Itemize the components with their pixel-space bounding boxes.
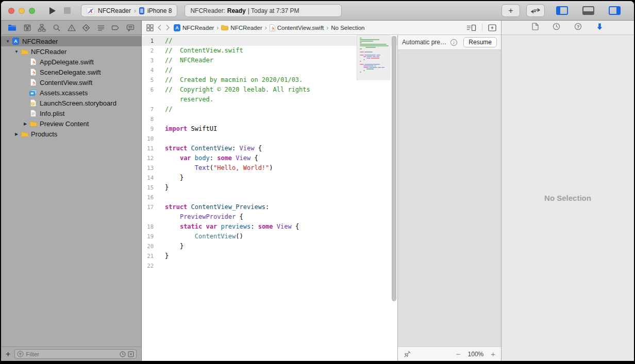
nav-report-icon <box>126 24 135 32</box>
line-number: 13 <box>142 163 160 173</box>
recent-files-clock-icon[interactable] <box>120 351 126 357</box>
breadcrumb-separator: › <box>216 24 219 31</box>
navigator-tab-breakpoint[interactable] <box>111 24 120 32</box>
tree-item-label: SceneDelegate.swift <box>40 68 101 76</box>
inspector-toggle-button[interactable] <box>609 6 621 15</box>
folder-icon <box>30 121 37 127</box>
history-inspector-tab[interactable] <box>553 23 560 32</box>
sidebar-item-assets-xcassets[interactable]: Assets.xcassets <box>1 88 141 98</box>
library-button[interactable]: + <box>502 4 520 17</box>
add-editor-icon[interactable] <box>488 24 496 31</box>
disclosure-closed-icon[interactable]: ▶ <box>13 132 20 136</box>
scm-filter-icon[interactable] <box>128 351 134 357</box>
swift-icon <box>270 24 275 31</box>
sidebar-item-appdelegate-swift[interactable]: AppDelegate.swift <box>1 57 141 67</box>
run-button[interactable] <box>49 7 56 14</box>
zoom-out-button[interactable]: − <box>456 350 461 358</box>
inspector-panel: ? No Selection <box>501 21 634 361</box>
scheme-name: NFCReader <box>98 7 131 14</box>
help-inspector-tab[interactable]: ? <box>574 23 582 32</box>
line-number: 3 <box>142 56 160 65</box>
sidebar-item-products[interactable]: ▶Products <box>1 129 141 139</box>
tree-item-label: LaunchScreen.storyboard <box>40 99 116 107</box>
insp-file-icon <box>532 23 539 30</box>
preview-canvas[interactable] <box>398 50 501 346</box>
sidebar-item-scenedelegate-swift[interactable]: SceneDelegate.swift <box>1 67 141 77</box>
info-icon[interactable]: i <box>450 39 458 46</box>
swift-icon <box>30 58 36 65</box>
inspector-tab-bar: ? <box>502 21 634 35</box>
navigator-tab-project[interactable] <box>8 24 16 31</box>
sidebar-item-info-plist[interactable]: Info.plist <box>1 108 141 118</box>
breadcrumb-item[interactable]: ContentView.swift <box>270 24 324 31</box>
sidebar-item-launchscreen-storyboard[interactable]: LaunchScreen.storyboard <box>1 98 141 108</box>
code-line: 20 } <box>142 241 397 251</box>
breadcrumb-item[interactable]: No Selection <box>331 25 364 31</box>
preview-pane: Automatic pre… i Resume − 100% + <box>397 35 501 361</box>
plist-icon <box>30 110 36 117</box>
navigator-tab-symbol[interactable] <box>38 24 46 32</box>
sidebar-item-nfcreader[interactable]: ▼ANFCReader <box>1 36 141 46</box>
navigator-tab-issue[interactable] <box>68 24 76 32</box>
quickhelp-inspector-tab[interactable] <box>596 23 604 32</box>
disclosure-open-icon[interactable]: ▼ <box>13 49 20 54</box>
source-editor[interactable]: 1//2// ContentView.swift3// NFCReader4//… <box>142 35 397 361</box>
navigator-tab-sourcecontrol[interactable] <box>23 24 31 32</box>
navigator-toggle-button[interactable] <box>556 6 568 15</box>
filter-field[interactable] <box>14 349 137 359</box>
line-number: 11 <box>142 144 160 153</box>
code-text: // Created by macmini on 2020/01/03. <box>160 75 303 85</box>
disclosure-open-icon[interactable]: ▼ <box>4 39 11 44</box>
sidebar-item-preview-content[interactable]: ▶Preview Content <box>1 118 141 129</box>
zoom-level[interactable]: 100% <box>468 351 484 358</box>
code-review-button[interactable] <box>526 4 545 17</box>
code-text: PreviewProvider { <box>160 212 243 222</box>
forward-chevron-icon[interactable] <box>165 24 170 31</box>
breadcrumb-item[interactable]: NFCReader <box>221 25 262 31</box>
zoom-in-button[interactable]: + <box>491 350 495 358</box>
disclosure-closed-icon[interactable]: ▶ <box>22 122 29 126</box>
breadcrumb-item[interactable]: ANFCReader <box>174 24 214 31</box>
navigator-tab-report[interactable] <box>126 24 135 32</box>
navigator-tab-test[interactable] <box>82 24 90 32</box>
line-number: 10 <box>142 134 160 144</box>
editor-options-icon[interactable] <box>466 24 476 31</box>
editor-scrollbar <box>392 36 396 301</box>
back-chevron-icon[interactable] <box>157 24 162 31</box>
close-button[interactable] <box>8 8 14 14</box>
minimize-button[interactable] <box>19 8 25 14</box>
code-text: struct ContentView_Previews: <box>160 202 269 212</box>
code-text <box>160 261 165 271</box>
nav-sourcecontrol-icon <box>23 24 31 32</box>
swift-icon <box>29 79 38 86</box>
tree-item-label: ContentView.swift <box>40 79 92 86</box>
pin-icon[interactable] <box>404 350 411 358</box>
related-items-icon[interactable] <box>146 24 154 31</box>
debug-area-toggle-button[interactable] <box>582 6 594 15</box>
nav-debug-icon <box>97 24 105 32</box>
tree-item-label: Info.plist <box>40 110 64 117</box>
zoom-window-button[interactable] <box>29 8 35 14</box>
stop-button[interactable] <box>64 7 71 14</box>
sidebar-item-contentview-swift[interactable]: ContentView.swift <box>1 77 141 88</box>
resume-button[interactable]: Resume <box>463 37 497 47</box>
tree-item-label: NFCReader <box>31 48 66 56</box>
navigator-tab-debug[interactable] <box>97 24 105 32</box>
navigator-tab-search[interactable] <box>53 24 61 32</box>
code-line: 15} <box>142 183 397 193</box>
navigator-filter-bar: + <box>1 346 141 361</box>
code-line: 10 <box>142 134 397 144</box>
sidebar-item-nfcreader[interactable]: ▼NFCReader <box>1 46 141 57</box>
minimap[interactable] <box>357 35 391 80</box>
line-number: 7 <box>142 105 160 114</box>
inspector-body: No Selection <box>502 35 634 361</box>
filter-input[interactable] <box>26 351 118 357</box>
code-line: 19 ContentView() <box>142 232 397 241</box>
code-text: var body: some View { <box>160 153 258 163</box>
scrollbar-thumb[interactable] <box>392 36 396 301</box>
folder-icon <box>21 49 28 55</box>
scheme-selector[interactable]: A NFCReader › iPhone 8 <box>81 4 177 17</box>
file-inspector-tab[interactable] <box>532 23 539 32</box>
add-file-button[interactable]: + <box>6 350 10 358</box>
storyboard-icon <box>30 99 36 107</box>
